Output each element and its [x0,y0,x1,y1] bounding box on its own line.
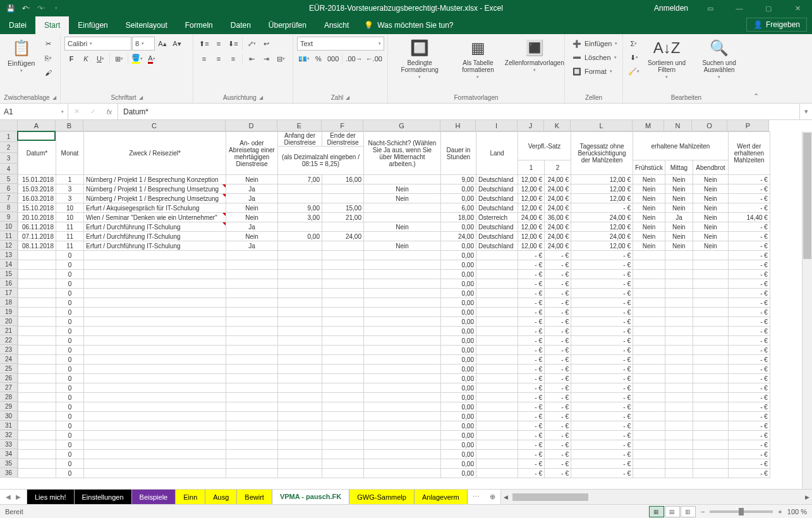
increase-decimal-icon[interactable]: .00→ [344,52,363,66]
row-header[interactable]: 33 [0,440,18,449]
column-header[interactable]: G [363,120,440,131]
ribbon-options-icon[interactable]: ▭ [696,0,725,16]
row-header[interactable]: 3 [0,153,18,164]
format-painter-icon[interactable]: 🖌 [41,66,55,80]
format-cells-button[interactable]: 🔲Format▾ [569,64,616,78]
sheet-tab[interactable]: Beispiele [132,490,176,504]
row-headers[interactable]: 1234567891011121314151617181920212223242… [0,131,18,478]
cell-styles-button[interactable]: 🔳Zellenformatvorlagen▾ [509,37,561,74]
minimize-icon[interactable]: — [725,0,754,16]
find-select-button[interactable]: 🔍Suchen und Auswählen▾ [693,37,746,81]
cancel-formula-icon[interactable]: ✕ [68,107,85,116]
font-color-icon[interactable]: A▾ [145,52,159,66]
row-header[interactable]: 14 [0,260,18,269]
decrease-font-icon[interactable]: A▾ [170,37,184,51]
row-header[interactable]: 23 [0,345,18,354]
column-header[interactable]: D [226,120,277,131]
row-header[interactable]: 25 [0,364,18,373]
column-header[interactable]: C [83,120,226,131]
column-header[interactable]: J [518,120,544,131]
currency-icon[interactable]: 💶▾ [297,52,311,66]
conditional-formatting-button[interactable]: 🔲Bedingte Formatierung▾ [392,37,447,81]
zoom-slider[interactable] [710,510,773,513]
confirm-formula-icon[interactable]: ✓ [85,107,101,116]
menu-seitenlayout[interactable]: Seitenlayout [117,16,176,34]
sheet-tab[interactable]: Ausg [205,490,237,504]
row-header[interactable]: 36 [0,468,18,478]
align-middle-icon[interactable]: ≡ [212,37,226,51]
sheet-tab[interactable]: Anlageverm [415,490,468,504]
formula-input[interactable]: Datum* [118,104,799,119]
column-header[interactable]: I [476,120,518,131]
select-all-button[interactable] [0,120,18,131]
row-header[interactable]: 26 [0,373,18,383]
spreadsheet-grid[interactable]: ABCDEFGHIJKLMNOP 12345678910111213141516… [0,120,812,489]
zoom-out-icon[interactable]: − [701,508,705,515]
sheet-tab[interactable]: Lies mich! [27,490,75,504]
merge-icon[interactable]: ⊟▾ [274,52,288,66]
menu-ansicht[interactable]: Ansicht [315,16,358,34]
row-header[interactable]: 32 [0,430,18,440]
row-header[interactable]: 31 [0,421,18,430]
sort-filter-button[interactable]: A↓ZSortieren und Filtern▾ [643,37,690,81]
dialog-launcher-icon[interactable]: ◢ [139,95,143,100]
underline-button[interactable]: U▾ [94,52,107,66]
view-page-break-icon[interactable]: ▥ [681,506,696,517]
cells-area[interactable]: Datum*MonatZweck / Reiseziel*An- oder Ab… [18,131,770,478]
sheet-tab[interactable]: Einn [176,490,205,504]
insert-cells-button[interactable]: ➕Einfügen▾ [569,37,621,51]
delete-cells-button[interactable]: ➖Löschen▾ [569,51,621,64]
share-button[interactable]: 👤 Freigeben [746,18,807,32]
hscroll-right-icon[interactable]: ▶ [802,492,812,502]
view-page-layout-icon[interactable]: ▤ [665,506,680,517]
column-header[interactable]: A [18,120,56,131]
dialog-launcher-icon[interactable]: ◢ [259,95,263,100]
row-header[interactable]: 30 [0,411,18,421]
column-headers[interactable]: ABCDEFGHIJKLMNOP [18,120,769,131]
paste-button[interactable]: 📋 Einfügen ▾ [4,37,39,75]
column-header[interactable]: B [56,120,83,131]
align-left-icon[interactable]: ≡ [197,52,211,66]
row-header[interactable]: 13 [0,250,18,260]
percent-icon[interactable]: % [312,52,325,66]
column-header[interactable]: O [692,120,727,131]
close-icon[interactable]: ✕ [783,0,812,16]
save-icon[interactable]: 💾 [4,1,18,15]
row-header[interactable]: 5 [0,174,18,184]
row-header[interactable]: 22 [0,335,18,345]
cut-icon[interactable]: ✂ [41,37,55,51]
align-right-icon[interactable]: ≡ [226,52,240,66]
column-header[interactable]: E [277,120,322,131]
dialog-launcher-icon[interactable]: ◢ [52,95,56,100]
row-header[interactable]: 12 [0,241,18,250]
row-header[interactable]: 21 [0,326,18,335]
align-top-icon[interactable]: ⬆≡ [197,37,211,51]
login-button[interactable]: Anmelden [646,4,696,13]
dialog-launcher-icon[interactable]: ◢ [346,95,349,100]
align-bottom-icon[interactable]: ⬇≡ [226,37,240,51]
font-name-combo[interactable]: Calibri▾ [64,37,131,51]
tell-me-search[interactable]: 💡 Was möchten Sie tun? [358,16,459,34]
row-header[interactable]: 19 [0,307,18,316]
decrease-decimal-icon[interactable]: ←.00 [365,52,384,66]
copy-icon[interactable]: ⎘▾ [41,51,55,65]
row-header[interactable]: 29 [0,402,18,411]
row-header[interactable]: 7 [0,193,18,203]
row-header[interactable]: 34 [0,449,18,459]
row-header[interactable]: 8 [0,203,18,212]
menu-formeln[interactable]: Formeln [176,16,222,34]
italic-button[interactable]: K [79,52,93,66]
zoom-in-icon[interactable]: + [778,508,782,515]
tab-overflow-icon[interactable]: ⋯ [468,490,485,504]
row-header[interactable]: 27 [0,383,18,392]
row-header[interactable]: 2 [0,142,18,153]
bold-button[interactable]: F [64,52,78,66]
orientation-icon[interactable]: ⤢▾ [245,37,258,51]
sheet-tab[interactable]: Einstellungen [75,490,132,504]
menu-datei[interactable]: Datei [0,16,35,34]
row-header[interactable]: 17 [0,288,18,298]
row-header[interactable]: 4 [0,164,18,174]
sheet-tab[interactable]: GWG-Sammelp [349,490,415,504]
wrap-text-icon[interactable]: ↩ [259,37,273,51]
tab-nav-next-icon[interactable]: ▶ [14,493,23,500]
